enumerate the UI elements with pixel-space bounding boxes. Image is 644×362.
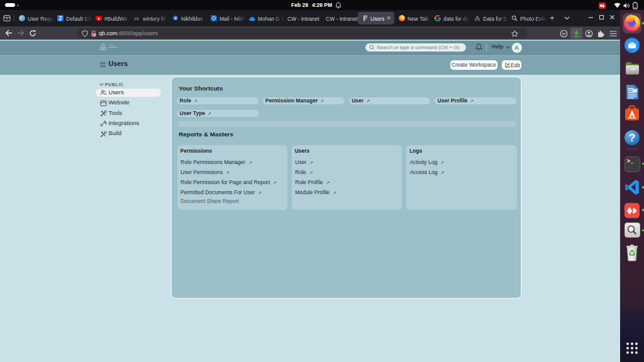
svg-text:?: ? [629, 132, 635, 144]
